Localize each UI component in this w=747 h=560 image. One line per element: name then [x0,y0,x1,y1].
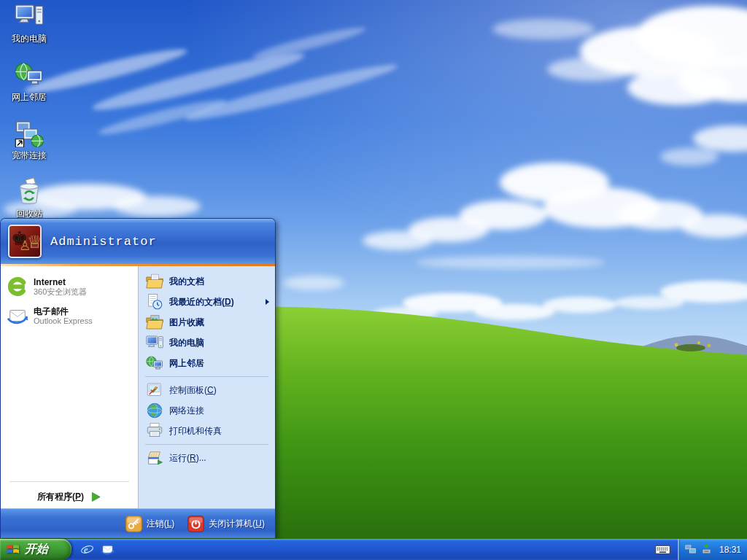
start-menu-panel: ♚ ♕ ♙ Administrator Internet 360安全浏览器 [0,218,276,538]
menu-item-internet-browser[interactable]: Internet 360安全浏览器 [1,272,138,301]
menu-item-title: 电子邮件 [34,306,93,316]
internet-explorer-icon[interactable] [80,542,94,556]
recycle-bin-icon [15,176,44,206]
menu-item-recent-documents[interactable]: 我最近的文档(D) [139,292,275,312]
log-off-button[interactable]: 注销(L) [125,516,175,532]
menu-item-network-connections[interactable]: 网络连接 [139,400,275,421]
network-status-icon[interactable] [684,543,697,556]
menu-item-my-documents[interactable]: 我的文档 [139,271,275,292]
all-programs-button[interactable]: 所有程序(P) [1,485,138,508]
divider [145,376,268,377]
control-panel-icon [146,381,163,399]
desktop-icon-label: 网上邻居 [12,91,47,104]
desktop-icon-label: 我的电脑 [12,33,47,45]
logoff-key-icon [125,516,142,532]
submenu-arrow-icon [266,299,269,305]
desktop-icon-network-places[interactable]: 网上邻居 [1,60,57,109]
broadband-connection-icon [15,118,44,147]
system-tray: 18:31 [678,539,747,560]
menu-item-title: Internet [34,277,87,287]
menu-item-printers-faxes[interactable]: 打印机和传真 [139,421,275,441]
shut-down-button[interactable]: 关闭计算机(U) [187,516,265,532]
start-menu-places-column: 我的文档 我最近的文档(D) 图片收藏 我的电脑 [138,266,275,508]
desktop-icon-label: 宽带连接 [12,149,47,162]
divider [145,444,268,445]
outlook-express-icon[interactable] [101,542,115,556]
menu-item-my-computer[interactable]: 我的电脑 [139,332,275,353]
user-name: Administrator [50,235,157,249]
my-computer-icon [146,334,163,351]
start-menu-header: ♚ ♕ ♙ Administrator [1,219,275,264]
network-places-icon [146,354,163,372]
menu-item-control-panel[interactable]: 控制面板(C) [139,380,275,400]
windows-xp-desktop: 我的电脑 网上邻居 宽带连接 回收站 ♚ ♕ ♙ Administrator [0,0,747,560]
shutdown-power-icon [187,516,204,532]
keyboard-icon [655,543,670,556]
run-icon [146,449,163,467]
my-pictures-icon [146,314,163,331]
user-avatar: ♚ ♕ ♙ [8,225,42,258]
divider [9,481,129,482]
start-menu-footer: 注销(L) 关闭计算机(U) [1,508,275,538]
language-indicator[interactable] [653,543,672,556]
menu-item-subtitle: 360安全浏览器 [34,287,87,297]
menu-item-subtitle: Outlook Express [34,316,93,326]
my-documents-icon [146,273,163,290]
windows-flag-icon [5,542,20,557]
taskbar: 开始 18:31 [0,539,747,560]
network-places-icon [15,60,44,89]
menu-item-network-places[interactable]: 网上邻居 [139,353,275,373]
outlook-express-icon [7,305,28,327]
recent-documents-icon [146,293,163,311]
network-connections-icon [146,402,163,419]
menu-item-email[interactable]: 电子邮件 Outlook Express [1,301,138,330]
start-menu-pinned-column: Internet 360安全浏览器 电子邮件 Outlook Express 所… [1,266,138,508]
desktop-icon-broadband[interactable]: 宽带连接 [1,118,57,167]
my-computer-icon [15,1,44,31]
printers-faxes-icon [146,422,163,440]
safely-remove-hardware-icon[interactable] [700,543,713,556]
start-button-label: 开始 [25,542,54,557]
all-programs-label: 所有程序(P) [37,491,84,503]
green-arrow-icon [90,491,101,502]
start-button[interactable]: 开始 [0,539,71,560]
desktop-icon-my-computer[interactable]: 我的电脑 [1,1,57,50]
360-browser-icon [7,276,28,298]
desktop-icon-column: 我的电脑 网上邻居 宽带连接 回收站 [1,1,57,225]
quick-launch-bar [80,542,115,556]
taskbar-clock[interactable]: 18:31 [719,545,741,555]
menu-item-run[interactable]: 运行(R)... [139,448,275,468]
menu-item-my-pictures[interactable]: 图片收藏 [139,312,275,332]
